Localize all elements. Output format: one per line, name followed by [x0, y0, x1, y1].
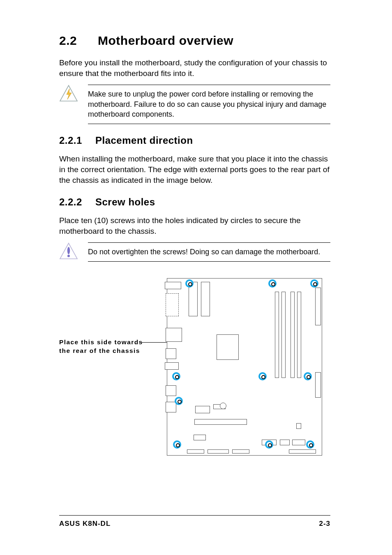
exclamation-caution-icon [59, 242, 78, 261]
motherboard-outline [167, 278, 322, 456]
footer-product: ASUS K8N-DL [59, 520, 111, 528]
screw-hole-icon [258, 372, 267, 380]
diagram-side-label: Place this side towards the rear of the … [59, 338, 143, 355]
section-title: Motherboard overview [98, 34, 233, 47]
svg-point-3 [67, 247, 70, 254]
footer-page-number: 2-3 [319, 520, 330, 528]
screw-hole-icon [175, 397, 183, 405]
motherboard-diagram: Place this side towards the rear of the … [59, 276, 330, 465]
section-number: 2.2 [59, 34, 98, 48]
label-leader-line [141, 342, 167, 343]
subsection-number: 2.2.2 [59, 196, 95, 208]
page-footer: ASUS K8N-DL 2-3 [59, 515, 330, 528]
subsection-title: Screw holes [95, 196, 155, 207]
screw-hole-icon [310, 279, 318, 288]
subsection-number: 2.2.1 [59, 135, 95, 146]
screw-hole-icon [306, 440, 314, 449]
subsection-heading-2: 2.2.2Screw holes [59, 196, 330, 208]
subsection-heading-1: 2.2.1Placement direction [59, 135, 330, 146]
screw-hole-icon [172, 372, 180, 380]
screw-hole-icon [265, 440, 273, 449]
subsection-title: Placement direction [95, 135, 193, 146]
subsection-body-2: Place ten (10) screws into the holes ind… [59, 215, 330, 237]
svg-marker-1 [67, 89, 71, 99]
screw-hole-icon [268, 279, 277, 288]
warning-note: Make sure to unplug the power cord befor… [59, 85, 330, 124]
lightning-warning-icon [59, 85, 78, 104]
svg-point-4 [67, 255, 70, 257]
warning-text: Make sure to unplug the power cord befor… [88, 89, 330, 119]
subsection-body-1: When installing the motherboard, make su… [59, 154, 330, 186]
screw-hole-icon [304, 372, 312, 380]
section-heading: 2.2Motherboard overview [59, 34, 330, 48]
intro-paragraph: Before you install the motherboard, stud… [59, 58, 330, 79]
screw-hole-icon [173, 440, 181, 449]
caution-note: Do not overtighten the screws! Doing so … [59, 242, 330, 261]
screw-hole-icon [185, 279, 194, 288]
caution-text: Do not overtighten the screws! Doing so … [88, 247, 330, 257]
